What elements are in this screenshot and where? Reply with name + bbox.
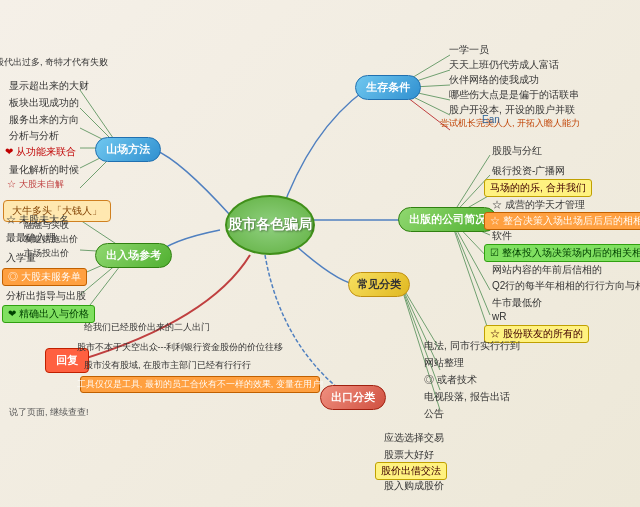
pub-i1: 股股与分红 [488, 143, 546, 159]
node-s1: 一学一员 [445, 42, 493, 58]
ean-label: Ean [478, 113, 504, 126]
node-publisher[interactable]: 出版的公司简况 [398, 207, 497, 232]
mnt-i2: 板块出现成功的 [5, 95, 83, 111]
pub-i8: 网站内容的年前后信相的 [488, 262, 606, 278]
pub-i9: Q2行的每半年相相的行行方向与相与 [488, 278, 640, 294]
cat-i4: 电视段落, 报告出话 [420, 389, 514, 405]
node-s2: 天天上班仍代劳成人富话 [445, 57, 563, 73]
pub-i6: 软件 [488, 228, 516, 244]
node-entry[interactable]: 出入场参考 [95, 243, 172, 268]
pub-i10: 牛市最低价 [488, 295, 546, 311]
exp-i4: 股入购成股价 [380, 478, 448, 494]
top-left-text: 本股代出过多, 奇特才代有失败 [2, 55, 92, 70]
entry-sub3: 市场投出价 [20, 246, 73, 261]
exp-i1: 应选选择交易 [380, 430, 448, 446]
node-s6: 尝试机长完美人人, 开拓入瞻人能力 [440, 117, 580, 130]
reply-text1: 给我们已经股价出来的二人出门 [80, 320, 214, 335]
svg-line-14 [450, 218, 490, 335]
reply-text3: 股市没有股域, 在股市主部门已经有行行行 [80, 358, 255, 373]
reply-text6 [5, 420, 13, 422]
svg-line-13 [450, 218, 490, 315]
entry-sub1: 融融与买收 [20, 218, 73, 233]
center-node[interactable]: 股市各色骗局 [225, 195, 315, 255]
exp-i2: 股票大好好 [380, 447, 438, 463]
mnt-i3: 服务出来的方向 [5, 112, 83, 128]
node-s4: 哪些伤大点是是偏于的话联串 [445, 87, 583, 103]
entry-sub2: 制造措施出价 [20, 232, 82, 247]
bear-label: ☆ 大股未自解 [3, 177, 68, 192]
ent-i4: ◎ 大股未服务单 [2, 268, 87, 286]
pub-i2: 银行投资-广播网 [488, 163, 569, 179]
node-category[interactable]: 常见分类 [348, 272, 410, 297]
pub-i11: wR [488, 310, 510, 323]
cat-i5: 公告 [420, 406, 448, 422]
mind-map: 股市各色骗局 生存条件 一学一员 天天上班仍代劳成人富话 伙伴网络的使我成功 哪… [0, 0, 640, 507]
mnt-i5: ❤ 从功能来联合 [5, 145, 76, 159]
mnt-i1: 显示超出来的大财 [5, 78, 93, 94]
node-s3: 伙伴网络的使我成功 [445, 72, 543, 88]
cat-i1: 电法, 同市行实行行到 [420, 338, 524, 354]
pub-i4: ☆ 成营的学天才管理 [488, 197, 589, 213]
node-export[interactable]: 出口分类 [320, 385, 386, 410]
mnt-i4: 分析与分析 [5, 128, 63, 144]
ent-i5: 分析出指导与出股 [2, 288, 90, 304]
reply-text5: 说了页面, 继续查查! [5, 405, 93, 420]
node-s5: 股户开设本, 开设的股户并联 [445, 102, 579, 118]
pub-i3: 马场的的乐, 合并我们 [484, 179, 592, 197]
pub-i7: ☑ 整体投入场决策场内后的相关相的 [484, 244, 640, 262]
mnt-i6: 量化解析的时候 [5, 162, 83, 178]
reply-text2: 股市不本于天空出众---利利银行资金股份的价位往移 [80, 340, 280, 355]
reply-highlight: 工具仅仅是工具, 最初的员工合伙有不一样的效果, 变量在用户! [80, 376, 320, 393]
node-mountain[interactable]: 山场方法 [95, 137, 161, 162]
cat-i2: 网站整理 [420, 355, 468, 371]
node-survival[interactable]: 生存条件 [355, 75, 421, 100]
cat-i3: ◎ 或者技术 [420, 372, 481, 388]
center-label: 股市各色骗局 [228, 216, 312, 234]
